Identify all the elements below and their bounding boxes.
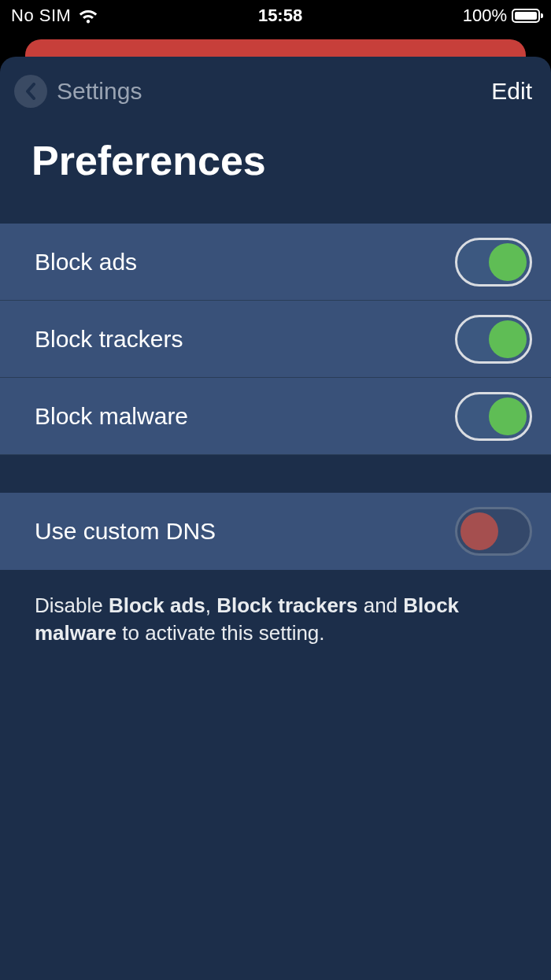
back-label[interactable]: Settings xyxy=(57,78,142,105)
toggle-use-custom-dns[interactable] xyxy=(455,507,532,556)
custom-dns-hint: Disable Block ads, Block trackers and Bl… xyxy=(0,570,551,647)
row-label: Block trackers xyxy=(35,326,183,353)
hint-text: to activate this setting. xyxy=(116,621,324,645)
hint-text: and xyxy=(357,594,403,617)
toggle-block-ads[interactable] xyxy=(455,238,532,287)
edit-button[interactable]: Edit xyxy=(491,78,532,105)
wifi-icon xyxy=(79,8,98,24)
hint-text: , xyxy=(205,594,216,617)
battery-percent: 100% xyxy=(463,6,507,26)
preferences-sheet: Settings Edit Preferences Block ads Bloc… xyxy=(0,57,551,980)
toggle-block-trackers[interactable] xyxy=(455,315,532,364)
group-spacer xyxy=(0,455,551,493)
row-block-trackers: Block trackers xyxy=(0,301,551,378)
back-button[interactable] xyxy=(14,75,47,108)
page-title: Preferences xyxy=(0,112,551,224)
hint-text: Disable xyxy=(35,594,109,617)
nav-bar: Settings Edit xyxy=(0,57,551,112)
row-block-malware: Block malware xyxy=(0,378,551,455)
row-block-ads: Block ads xyxy=(0,224,551,301)
hint-bold: Block ads xyxy=(109,594,205,617)
status-right: 100% xyxy=(463,6,540,26)
chevron-left-icon xyxy=(25,83,36,100)
hint-bold: Block trackers xyxy=(216,594,357,617)
row-label: Block ads xyxy=(35,249,137,276)
status-left: No SIM xyxy=(11,6,98,26)
toggle-block-malware[interactable] xyxy=(455,392,532,441)
no-sim-label: No SIM xyxy=(11,6,71,26)
row-use-custom-dns: Use custom DNS xyxy=(0,493,551,570)
nav-left: Settings xyxy=(14,75,142,108)
status-time: 15:58 xyxy=(258,6,302,26)
row-label: Block malware xyxy=(35,403,188,430)
row-label: Use custom DNS xyxy=(35,518,216,545)
status-bar: No SIM 15:58 100% xyxy=(0,0,551,31)
battery-icon xyxy=(512,9,540,23)
